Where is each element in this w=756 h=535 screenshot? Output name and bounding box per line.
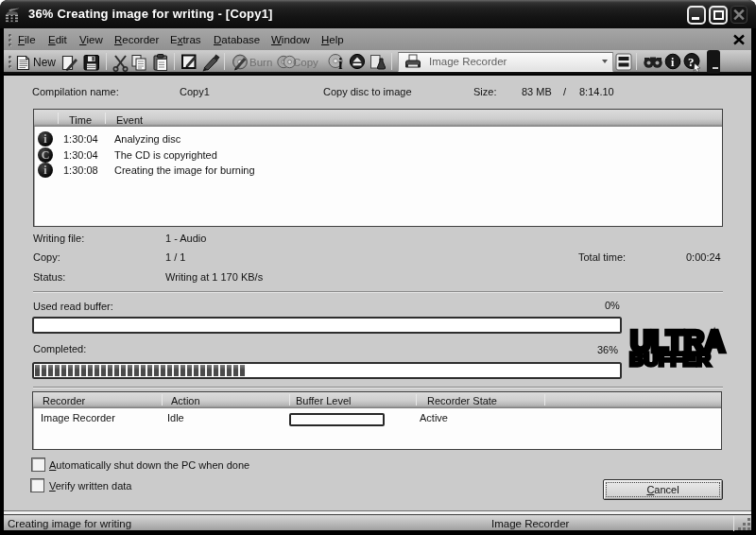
svg-text:BUFFER: BUFFER: [629, 349, 712, 370]
svg-text:?: ?: [688, 55, 695, 69]
svg-text:i: i: [338, 56, 343, 72]
